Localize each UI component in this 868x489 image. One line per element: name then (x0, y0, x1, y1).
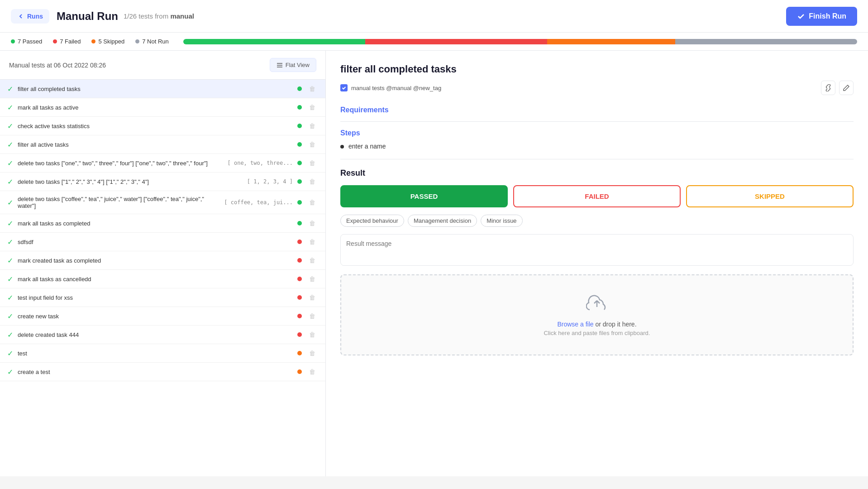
test-item[interactable]: ✓ create new task 🗑 (0, 307, 325, 326)
status-dot (297, 295, 302, 300)
stats-bar: 7 Passed 7 Failed 5 Skipped 7 Not Run (0, 33, 868, 51)
test-name: filter all active tasks (18, 141, 293, 148)
test-name: mark created task as completed (18, 257, 293, 264)
test-item[interactable]: ✓ filter all active tasks 🗑 (0, 135, 325, 154)
failed-button[interactable]: FAILED (513, 185, 681, 207)
test-item[interactable]: ✓ delete two tasks ["coffee"," tea"," ju… (0, 191, 325, 214)
result-message-input[interactable] (340, 234, 854, 266)
step-bullet (340, 145, 344, 149)
test-name: test input field for xss (18, 294, 293, 301)
delete-button[interactable]: 🗑 (306, 256, 318, 265)
test-item[interactable]: ✓ delete two tasks ["one"," two"," three… (0, 154, 325, 173)
meta-text: manual tests @manual @new_tag (351, 85, 441, 91)
test-params: [ one, two, three... (228, 160, 293, 166)
left-panel: Manual tests at 06 Oct 2022 08:26 Flat V… (0, 51, 326, 476)
test-name: delete created task 444 (18, 331, 293, 338)
check-icon: ✓ (7, 368, 13, 376)
test-name: create new task (18, 313, 293, 320)
delete-button[interactable]: 🗑 (306, 198, 318, 207)
test-item[interactable]: ✓ sdfsdf 🗑 (0, 233, 325, 251)
flat-view-button[interactable]: Flat View (270, 58, 316, 72)
test-name: mark all tasks as active (18, 104, 293, 111)
test-item[interactable]: ✓ test 🗑 (0, 344, 325, 363)
test-name: delete two tasks ["one"," two"," three",… (18, 160, 223, 167)
finish-run-button[interactable]: Finish Run (786, 7, 857, 26)
delete-button[interactable]: 🗑 (306, 274, 318, 283)
status-dot (297, 142, 302, 147)
test-name: check active tasks statistics (18, 123, 293, 129)
test-name: mark all tasks as cancelledd (18, 276, 293, 283)
steps-section: Steps enter a name (340, 129, 854, 150)
test-item[interactable]: ✓ test input field for xss 🗑 (0, 288, 325, 307)
test-meta: manual tests @manual @new_tag (340, 81, 854, 95)
delete-button[interactable]: 🗑 (306, 121, 318, 130)
steps-list: enter a name (340, 143, 854, 150)
test-item[interactable]: ✓ mark all tasks as active 🗑 (0, 98, 325, 117)
progress-failed (365, 39, 547, 44)
delete-button[interactable]: 🗑 (306, 219, 318, 228)
meta-checkbox (340, 84, 348, 91)
test-item[interactable]: ✓ mark all tasks as cancelledd 🗑 (0, 270, 325, 288)
check-icon: ✓ (7, 198, 13, 207)
test-name: delete two tasks ["coffee"," tea"," juic… (18, 196, 219, 209)
test-item[interactable]: ✓ filter all completed tasks 🗑 (0, 80, 325, 98)
progress-not-run (675, 39, 857, 44)
delete-button[interactable]: 🗑 (306, 367, 318, 376)
stat-not-run: 7 Not Run (135, 38, 169, 45)
check-icon: ✓ (7, 349, 13, 358)
check-icon: ✓ (7, 256, 13, 265)
panel-header: Manual tests at 06 Oct 2022 08:26 Flat V… (0, 51, 325, 80)
delete-button[interactable]: 🗑 (306, 140, 318, 149)
passed-dot (11, 39, 15, 43)
tag-button[interactable]: Minor issue (481, 215, 522, 227)
check-icon: ✓ (7, 103, 13, 112)
delete-button[interactable]: 🗑 (306, 103, 318, 112)
check-icon: ✓ (7, 140, 13, 149)
delete-button[interactable]: 🗑 (306, 237, 318, 246)
test-item[interactable]: ✓ check active tasks statistics 🗑 (0, 117, 325, 135)
check-icon: ✓ (7, 312, 13, 321)
status-dot (297, 161, 302, 165)
delete-button[interactable]: 🗑 (306, 84, 318, 93)
failed-dot (53, 39, 57, 43)
test-name: delete two tasks ["1"," 2"," 3"," 4"] ["… (18, 178, 243, 185)
file-upload-area[interactable]: Browse a file or drop it here. Click her… (340, 274, 854, 355)
test-item[interactable]: ✓ delete two tasks ["1"," 2"," 3"," 4"] … (0, 173, 325, 191)
test-item[interactable]: ✓ mark created task as completed 🗑 (0, 251, 325, 270)
delete-button[interactable]: 🗑 (306, 349, 318, 358)
test-item[interactable]: ✓ delete created task 444 🗑 (0, 326, 325, 344)
delete-button[interactable]: 🗑 (306, 293, 318, 302)
right-panel: filter all completed tasks manual tests … (326, 51, 868, 476)
detail-title: filter all completed tasks (340, 63, 854, 75)
edit-button[interactable] (839, 81, 854, 95)
main-layout: Manual tests at 06 Oct 2022 08:26 Flat V… (0, 51, 868, 476)
skipped-button[interactable]: SKIPPED (686, 185, 854, 207)
tag-button[interactable]: Expected behaviour (340, 215, 404, 227)
check-icon: ✓ (7, 238, 13, 246)
tag-button[interactable]: Management decision (408, 215, 477, 227)
test-params: [ coffee, tea, jui... (224, 199, 293, 206)
test-item[interactable]: ✓ mark all tasks as completed 🗑 (0, 214, 325, 233)
test-list: ✓ filter all completed tasks 🗑 ✓ mark al… (0, 80, 325, 476)
browse-file-link[interactable]: Browse a file (557, 321, 593, 328)
passed-button[interactable]: PASSED (340, 185, 508, 207)
passed-count: 7 Passed (18, 38, 42, 45)
stat-passed: 7 Passed (11, 38, 42, 45)
status-dot (297, 179, 302, 184)
delete-button[interactable]: 🗑 (306, 177, 318, 186)
delete-button[interactable]: 🗑 (306, 330, 318, 339)
skipped-count: 5 Skipped (98, 38, 124, 45)
delete-button[interactable]: 🗑 (306, 158, 318, 168)
delete-button[interactable]: 🗑 (306, 312, 318, 321)
link-button[interactable] (821, 81, 835, 95)
back-button[interactable]: Runs (11, 9, 49, 24)
step-item: enter a name (340, 143, 854, 150)
status-dot (297, 124, 302, 128)
upload-subtext: Click here and paste files from clipboar… (544, 330, 650, 336)
result-section: Result PASSED FAILED SKIPPED Expected be… (340, 168, 854, 355)
not-run-count: 7 Not Run (142, 38, 169, 45)
check-icon: ✓ (7, 85, 13, 93)
test-item[interactable]: ✓ create a test 🗑 (0, 363, 325, 381)
status-dot (297, 221, 302, 225)
status-dot (297, 200, 302, 205)
